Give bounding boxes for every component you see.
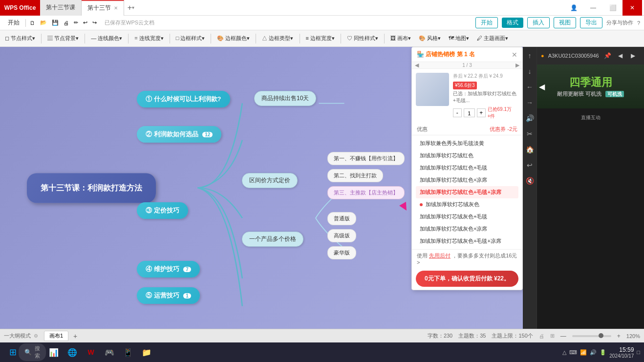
geshi-btn[interactable]: 格式 <box>502 18 523 28</box>
decrease-btn[interactable]: - <box>453 108 462 117</box>
branch-4[interactable]: ④ 维护技巧 7 <box>137 261 200 277</box>
center-node[interactable]: 第十三节课：利润款打造方法 <box>27 173 156 203</box>
leaf-3-2-3[interactable]: 豪华版 <box>327 246 356 259</box>
branch-1[interactable]: ① 什么时候可以上利润款? <box>137 91 230 107</box>
style-btn[interactable]: 🎨 风格▾ <box>416 34 444 43</box>
outline-mode[interactable]: 一大纲模式 <box>4 332 31 340</box>
rsb-up[interactable]: ↑ <box>524 50 536 62</box>
leaf-3-2[interactable]: 一个产品多个价格 <box>242 232 303 247</box>
zoom-slider[interactable] <box>572 335 611 337</box>
keyboard-icon[interactable]: ⌨ <box>569 349 577 356</box>
rsb-mute[interactable]: 🔇 <box>524 175 536 187</box>
taskbar-browser[interactable]: 🌐 <box>64 343 81 361</box>
video-back-btn[interactable]: ◀ <box>539 82 545 91</box>
canvas-btn[interactable]: 🖼 画布▾ <box>387 34 414 43</box>
notification-btn[interactable]: □ <box>637 349 640 355</box>
rsb-undo[interactable]: ↩ <box>524 159 536 171</box>
mode-settings[interactable]: ⚙ <box>34 333 38 339</box>
mindmap-canvas[interactable]: 第十三节课：利润款打造方法 ① 什么时候可以上利润款? 商品持续出售10天 ② … <box>0 47 523 329</box>
variant-5[interactable]: 加绒加厚软灯芯绒灰色 <box>416 198 518 211</box>
open-btn[interactable]: 📂 <box>38 19 49 27</box>
leaf-3-2-2[interactable]: 高级坂 <box>327 229 356 242</box>
node-bg-btn[interactable]: ▤ 节点背景▾ <box>44 34 82 43</box>
prev-btn[interactable]: ◀ <box>616 51 625 61</box>
taskbar-search[interactable]: 🔍 搜索 <box>23 343 41 361</box>
zoom-in-btn[interactable]: + <box>617 333 621 340</box>
charu-btn[interactable]: 插入 <box>527 17 550 28</box>
save-btn[interactable]: 💾 <box>50 19 61 27</box>
variant-2[interactable]: 加绒加厚软灯芯绒红色+毛毯 <box>416 162 518 174</box>
line-width-btn[interactable]: = 连线宽度▾ <box>131 34 166 43</box>
rsb-home[interactable]: 🏠 <box>524 144 536 155</box>
shitu-btn[interactable]: 视图 <box>554 17 576 28</box>
variant-6[interactable]: 加绒加厚软灯芯绒灰色+毛毯 <box>416 211 518 223</box>
leaf-3-1-3[interactable]: 第三、主推款【店主热销】 <box>327 186 405 199</box>
redo-btn[interactable]: ↪ <box>90 19 99 27</box>
pin-btn[interactable]: 📌 <box>603 51 613 61</box>
rsb-down[interactable]: ↓ <box>524 65 536 77</box>
variant-1[interactable]: 加绒加厚软灯芯绒红色 <box>416 149 518 162</box>
taskbar-folder[interactable]: 📁 <box>138 343 155 361</box>
taskbar-chevron[interactable]: △ <box>562 349 566 356</box>
panel-close-btn[interactable]: ✕ <box>641 51 644 61</box>
border-style-btn[interactable]: □ 边框样式▾ <box>173 34 208 43</box>
restore-btn[interactable]: ⬜ <box>603 0 623 16</box>
branch-3[interactable]: ③ 定价技巧 <box>137 202 188 219</box>
new-btn[interactable]: 🗋 <box>28 19 37 27</box>
taskbar-wps[interactable]: W <box>82 343 100 361</box>
variant-3[interactable]: 加绒加厚软灯芯绒红色+凉席 <box>416 174 518 186</box>
map-btn[interactable]: 🗺 地图▾ <box>446 34 472 43</box>
same-style-btn[interactable]: ♡ 同性样式▾ <box>344 34 381 43</box>
increase-btn[interactable]: + <box>477 108 486 117</box>
variant-4[interactable]: 加绒加厚软灯芯绒红色+毛毯+凉席 <box>416 186 518 198</box>
tab-2-close[interactable]: ✕ <box>114 5 118 11</box>
zoom-out-btn[interactable]: — <box>560 333 566 340</box>
leaf-1-1[interactable]: 商品持续出售10天 <box>254 91 316 106</box>
minimize-btn[interactable]: — <box>583 0 603 16</box>
leaf-3-1-1[interactable]: 第一、不赚钱【用作引流】 <box>327 152 405 165</box>
print-btn[interactable]: 🖨 <box>62 19 71 27</box>
battery-icon[interactable]: 🔋 <box>600 349 606 356</box>
rsb-volume[interactable]: 🔊 <box>524 112 536 124</box>
leaf-3-1[interactable]: 区间价方式定价 <box>242 173 298 188</box>
taskbar-clock[interactable]: 15:59 2024/10/17 <box>609 346 634 359</box>
help-btn[interactable]: ? <box>637 20 640 26</box>
border-type-btn[interactable]: △ 边框类型▾ <box>259 34 296 43</box>
network-icon[interactable]: 📶 <box>580 349 587 356</box>
undo-btn[interactable]: ↩ <box>81 19 89 27</box>
rsb-left[interactable]: ← <box>524 81 536 93</box>
new-tab-btn[interactable]: + ▾ <box>124 1 138 15</box>
border-width-btn[interactable]: ≡ 边框宽度▾ <box>303 34 338 43</box>
variant-8[interactable]: 加绒加厚软灯芯绒灰色+毛毯+凉席 <box>416 235 518 247</box>
edit-btn[interactable]: ✏ <box>72 19 80 27</box>
volume-icon[interactable]: 🔊 <box>590 349 597 356</box>
variant-0[interactable]: 加厚软兼色秀头加毛毯淡黄 <box>416 137 518 149</box>
daochu-btn[interactable]: 导出 <box>580 17 602 28</box>
taskbar-mobile[interactable]: 📱 <box>119 343 137 361</box>
menu-file[interactable]: 开始 <box>4 18 23 28</box>
close-btn[interactable]: ✕ <box>623 0 642 16</box>
theme-btn[interactable]: 🖊 主题画面▾ <box>474 34 511 43</box>
kaishi-btn[interactable]: 开始 <box>475 17 498 28</box>
branch-2[interactable]: ② 利润款如何选品 12 <box>137 126 221 143</box>
taskbar-game[interactable]: 🎮 <box>101 343 118 361</box>
page-tab-1[interactable]: 画布1 <box>44 331 68 341</box>
add-page-btn[interactable]: + <box>70 331 80 341</box>
border-color-btn[interactable]: 🎨 边框颜色▾ <box>214 34 253 43</box>
branch-5[interactable]: ⑤ 运营技巧 1 <box>137 287 200 304</box>
variant-7[interactable]: 加绒加厚软灯芯绒灰色+凉席 <box>416 223 518 235</box>
leaf-3-1-2[interactable]: 第二、找到主打款 <box>327 169 383 182</box>
rsb-scissors[interactable]: ✂ <box>524 128 536 140</box>
next-btn[interactable]: ▶ <box>628 51 638 61</box>
tab-1[interactable]: 第十三节课 <box>40 0 82 16</box>
coupon-link[interactable]: 先用后付 <box>429 253 451 258</box>
share-btn[interactable]: 分享与协作 <box>606 19 633 26</box>
line-color-btn[interactable]: — 连线颜色▾ <box>88 34 125 43</box>
rsb-right[interactable]: → <box>524 97 536 108</box>
user-avatar[interactable]: 👤 <box>564 0 583 16</box>
leaf-3-2-1[interactable]: 普通版 <box>327 212 356 225</box>
tab-2[interactable]: 第十三节 ✕ <box>82 0 124 16</box>
node-style-btn[interactable]: ◻ 节点样式▾ <box>2 34 38 43</box>
taskbar-chart[interactable]: 📊 <box>45 343 63 361</box>
buy-button[interactable]: 0元下单，确认收货后付款 ¥22。 <box>416 271 518 287</box>
